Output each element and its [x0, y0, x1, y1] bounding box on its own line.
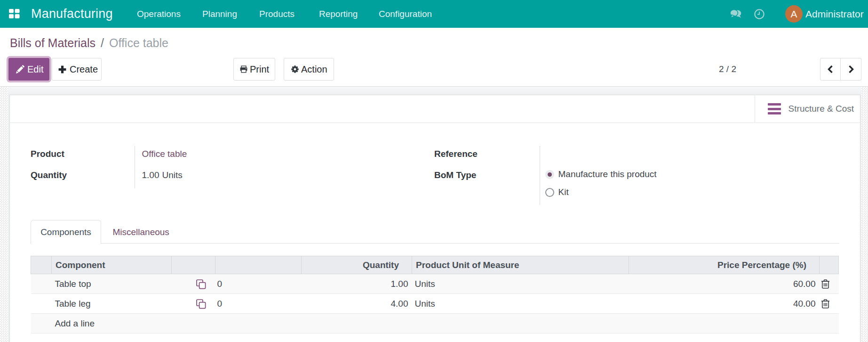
print-button[interactable]: Print — [233, 58, 275, 81]
radio-manufacture-this-product[interactable]: Manufacture this product — [545, 165, 746, 183]
trash-icon[interactable] — [821, 279, 830, 289]
variant-count-cell: 0 — [215, 274, 302, 294]
tab-miscellaneous[interactable]: Miscellaneous — [103, 220, 178, 244]
add-line-link[interactable]: Add a line — [31, 314, 839, 334]
app-title[interactable]: Manufacturing — [31, 0, 113, 28]
breadcrumb-bills-of-materials[interactable]: Bills of Materials — [10, 36, 96, 49]
uom-cell[interactable]: Units — [412, 274, 629, 294]
user-menu[interactable]: Administrator — [805, 0, 864, 28]
trash-icon[interactable] — [821, 299, 830, 309]
table-header-row: Component Quantity Product Unit of Measu… — [31, 256, 839, 274]
handle-column-header — [31, 256, 52, 274]
quantity-column-header[interactable]: Quantity — [302, 256, 412, 274]
row-handle-cell — [31, 274, 52, 294]
gear-icon — [291, 65, 299, 73]
uom-column-header[interactable]: Product Unit of Measure — [412, 256, 629, 274]
nav-item-operations[interactable]: Operations — [137, 0, 181, 28]
form-sheet: Structure & Cost Product Office table Qu… — [9, 95, 860, 342]
uom-cell[interactable]: Units — [412, 294, 629, 314]
radio-unselected-icon[interactable] — [545, 188, 554, 197]
components-table: Component Quantity Product Unit of Measu… — [31, 256, 839, 334]
quantity-cell[interactable]: 1.00 — [302, 274, 412, 294]
user-avatar[interactable]: A — [785, 5, 803, 23]
pager-count: 2 / 2 — [719, 58, 736, 81]
trash-column-header — [820, 256, 839, 274]
component-cell[interactable]: Table leg — [52, 294, 172, 314]
delete-row-cell — [820, 294, 839, 314]
create-button-label: Create — [70, 64, 98, 75]
activities-clock-icon[interactable] — [754, 0, 764, 28]
reference-label: Reference — [434, 146, 540, 160]
group-left: Product Office table Quantity 1.00Units — [31, 146, 187, 188]
bom-type-radio-group: Manufacture this product Kit — [540, 165, 746, 201]
quantity-cell[interactable]: 4.00 — [302, 294, 412, 314]
pager-previous-button[interactable] — [820, 58, 841, 81]
notebook: Components Miscellaneous Component Quant… — [31, 220, 839, 334]
clone-icon — [196, 299, 206, 309]
bom-type-label: BoM Type — [434, 167, 540, 181]
delete-row-cell — [820, 274, 839, 294]
messages-icon[interactable] — [730, 0, 742, 28]
nav-item-planning[interactable]: Planning — [202, 0, 237, 28]
component-column-header[interactable]: Component — [52, 256, 172, 274]
pencil-icon — [16, 65, 24, 73]
variant-cell — [172, 294, 215, 314]
button-box: Structure & Cost — [10, 95, 860, 123]
nav-item-products[interactable]: Products — [259, 0, 295, 28]
product-value[interactable]: Office table — [135, 146, 187, 160]
add-line-row: Add a line — [31, 314, 839, 334]
tab-bar: Components Miscellaneous — [31, 220, 839, 244]
clone-icon — [196, 279, 206, 289]
radio-kit[interactable]: Kit — [545, 183, 746, 201]
edit-button-label: Edit — [27, 64, 43, 75]
structure-cost-label: Structure & Cost — [788, 104, 854, 114]
action-button-label: Action — [301, 64, 327, 75]
table-row[interactable]: Table leg 0 4.00 Units 40.00 — [31, 294, 839, 314]
row-handle-cell — [31, 294, 52, 314]
price-cell[interactable]: 40.00 — [629, 294, 820, 314]
navbar: Manufacturing Operations Planning Produc… — [0, 0, 868, 28]
apps-grid-icon[interactable] — [9, 9, 20, 18]
component-cell[interactable]: Table top — [52, 274, 172, 294]
content-area: Structure & Cost Product Office table Qu… — [0, 87, 868, 342]
left-gutter — [0, 87, 8, 342]
tab-components[interactable]: Components — [31, 220, 101, 244]
printer-icon — [240, 65, 247, 73]
variant-count-cell: 0 — [215, 294, 302, 314]
quantity-value: 1.00Units — [135, 167, 187, 181]
plus-icon — [57, 65, 67, 74]
radio-selected-icon[interactable] — [545, 170, 554, 179]
create-button[interactable]: Create — [52, 58, 102, 81]
nav-item-reporting[interactable]: Reporting — [319, 0, 358, 28]
reference-value[interactable] — [540, 146, 746, 148]
edit-button[interactable]: Edit — [8, 58, 49, 81]
table-row[interactable]: Table top 0 1.00 Units 60.00 — [31, 274, 839, 294]
empty-column-header-2 — [215, 256, 302, 274]
nav-item-configuration[interactable]: Configuration — [379, 0, 432, 28]
pager — [820, 58, 861, 81]
group-right: Reference BoM Type Manufacture this prod… — [434, 146, 746, 205]
print-button-label: Print — [250, 64, 269, 75]
product-label: Product — [31, 146, 135, 160]
chevron-left-icon — [827, 65, 834, 73]
breadcrumb-current: Office table — [109, 36, 168, 49]
right-gutter — [861, 87, 868, 342]
price-cell[interactable]: 60.00 — [629, 274, 820, 294]
breadcrumb: Bills of Materials/Office table — [10, 37, 168, 49]
variant-cell — [172, 274, 215, 294]
price-column-header[interactable]: Price Percentage (%) — [629, 256, 820, 274]
empty-column-header-1 — [172, 256, 215, 274]
control-panel: Bills of Materials/Office table Edit Cre… — [0, 28, 868, 87]
bars-icon — [768, 103, 781, 114]
action-button[interactable]: Action — [284, 58, 334, 81]
pager-next-button[interactable] — [841, 58, 861, 81]
chevron-right-icon — [847, 65, 855, 73]
structure-cost-button[interactable]: Structure & Cost — [755, 95, 860, 122]
breadcrumb-separator: / — [101, 36, 104, 49]
quantity-label: Quantity — [31, 167, 135, 181]
